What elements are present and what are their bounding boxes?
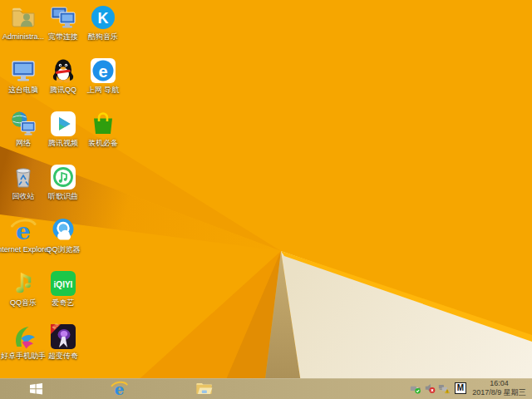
desktop-icon-qq-browser[interactable]: QQ浏览器 [43,214,83,266]
kugou-music-icon: K [90,4,116,31]
desktop-icon-recycle-bin[interactable]: 回收站 [3,161,43,213]
qq-music-icon [10,270,37,297]
ime-indicator[interactable]: M [455,382,466,394]
taskbar[interactable] [0,378,532,399]
recycle-bin-icon [10,164,37,190]
desktop-icon-label: QQ浏览器 [35,244,91,254]
taskbar-file-explorer[interactable] [186,378,221,399]
desktop-icon-this-pc[interactable]: 这台电脑 [3,55,43,106]
desktop-icon-qq-music[interactable]: QQ音乐 [3,268,43,319]
clock-time: 16:04 [468,379,530,388]
svg-text:iQIYI: iQIYI [54,280,73,289]
desktop-icon-web-navigation[interactable]: e上网 导航 [83,55,123,106]
kuwo-listen-song-icon [50,164,76,190]
svg-text:e: e [98,62,107,81]
qq-browser-icon [50,217,76,244]
desktop-icon-network[interactable]: 网络 [3,108,43,160]
internet-explorer-icon: e [10,217,37,244]
desktop-icon-internet-explorer[interactable]: eInternet Explorer [3,214,43,266]
taskbar-internet-explorer[interactable]: e [101,378,136,399]
network-warning-icon[interactable] [438,382,450,394]
start-icon [28,381,44,397]
desktop-icon-label: 上网 导航 [75,85,131,95]
start-button[interactable] [18,378,53,399]
desktop-icon-tencent-qq[interactable]: 腾讯QQ [43,55,83,106]
desktop-icon-tencent-video[interactable]: 腾讯视频 [43,108,83,160]
desktop-icon-kugou-music[interactable]: K酷狗音乐 [83,2,123,53]
ie-task-icon: e [111,380,128,397]
broadband-connection-icon [50,4,76,31]
desktop-icon-label: 酷狗音乐 [75,32,131,42]
desktop-icon-label: 超变传奇 [35,351,91,361]
iqiyi-icon: iQIYI [50,270,76,297]
desktop-icon-chaobian-legend-game[interactable]: 新区超变传奇 [43,321,83,372]
taskbar-clock[interactable]: 16:04 2017/8/9 星期三 [468,379,530,397]
network-icon [10,111,37,137]
desktop-icon-label: 爱奇艺 [35,298,91,308]
tencent-video-icon [50,111,76,137]
desktop-icon-kuwo-listen-song[interactable]: 听歌识曲 [43,161,83,213]
essential-apps-icon [90,111,116,137]
desktop-icon-label: 装机必备 [75,138,131,148]
desktop-icon-essential-apps[interactable]: 装机必备 [83,108,123,160]
desktop-screen: Administra...宽带连接K酷狗音乐这台电脑腾讯QQe上网 导航网络腾讯… [0,0,532,399]
chaobian-legend-game-icon: 新区 [50,323,76,350]
usb-safely-remove-icon[interactable] [410,382,421,394]
tencent-qq-icon [50,57,76,84]
desktop-icon-broadband-connection[interactable]: 宽带连接 [43,2,83,53]
desktop-icon-iqiyi[interactable]: iQIYI爱奇艺 [43,268,83,319]
explorer-icon [195,380,213,397]
clock-date: 2017/8/9 星期三 [468,388,530,397]
web-navigation-icon: e [90,57,116,84]
haozhuo-phone-assistant-icon [10,323,37,350]
desktop-icon-grid: Administra...宽带连接K酷狗音乐这台电脑腾讯QQe上网 导航网络腾讯… [0,0,532,399]
this-pc-icon [10,57,37,84]
svg-text:K: K [98,10,109,27]
volume-muted-icon[interactable] [424,382,436,394]
desktop-icon-label: 听歌识曲 [35,191,91,201]
desktop-icon-administrator-folder[interactable]: Administra... [3,2,43,53]
administrator-folder-icon [10,4,37,31]
desktop-icon-haozhuo-phone-assistant[interactable]: 好卓手机助手 [3,321,43,372]
